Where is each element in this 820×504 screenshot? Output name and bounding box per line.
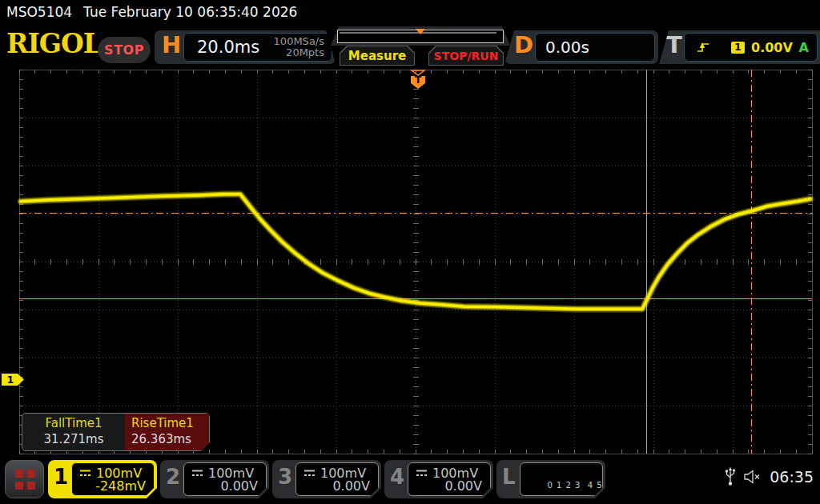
dc-coupling-icon xyxy=(191,469,204,478)
measurement-value: 26.363ms xyxy=(131,432,209,446)
usb-icon xyxy=(725,467,736,486)
model-name: MSO5104 xyxy=(6,4,72,20)
overview-position-marker[interactable] xyxy=(416,29,425,34)
dc-coupling-icon xyxy=(78,469,92,478)
horizontal-settings-button[interactable]: H 20.0ms 100MSa/s 20Mpts xyxy=(155,30,336,64)
trigger-settings-button[interactable]: T 1 0.00V A xyxy=(659,30,820,64)
measurement-label: RiseTime1 xyxy=(131,416,209,430)
channel-1-tab[interactable]: 1 100mV -248mV xyxy=(48,460,157,498)
channel-number: 4 xyxy=(390,466,404,487)
channel-readout: 100mV -248mV xyxy=(71,462,155,496)
timebase-value: 20.0ms xyxy=(197,38,259,57)
sample-rate: 100MSa/s xyxy=(274,35,324,47)
horizontal-label: H xyxy=(162,34,181,57)
stop-run-button[interactable]: STOP/RUN xyxy=(428,46,504,66)
channel-3-tab[interactable]: 3 100mV 0.00V xyxy=(272,460,381,498)
memory-depth: 20Mpts xyxy=(286,46,324,58)
svg-text:T: T xyxy=(415,74,422,86)
measure-button[interactable]: Measure xyxy=(340,46,415,66)
trigger-source-badge: 1 xyxy=(731,42,745,54)
channel-offset: 0.00V xyxy=(444,478,482,494)
title-bar: MSO5104 Tue February 10 06:35:40 2026 xyxy=(0,0,820,24)
horizontal-readout: 20.0ms 100MSa/s 20Mpts xyxy=(183,33,332,62)
channel-readout: 100mV 0.00V xyxy=(183,462,267,496)
delay-value: 0.00s xyxy=(545,38,589,57)
channel-1-level-marker[interactable]: 1 xyxy=(2,374,24,386)
trigger-label: T xyxy=(666,34,682,57)
logic-channels-row1: 0 1 2 3 4 5 6 7 xyxy=(547,481,621,490)
logic-readout: 0 1 2 3 4 5 6 7 8 9 1011 12131415 xyxy=(520,462,603,496)
svg-text:1: 1 xyxy=(7,374,14,386)
logic-label: L xyxy=(502,466,516,487)
channel-offset: -248mV xyxy=(95,478,146,494)
dc-coupling-icon xyxy=(415,469,428,478)
menu-button[interactable] xyxy=(5,460,44,498)
channel-4-tab[interactable]: 4 100mV 0.00V xyxy=(384,460,493,498)
measurement-label: FallTime1 xyxy=(22,416,125,430)
oscilloscope-screen: MSO5104 Tue February 10 06:35:40 2026 RI… xyxy=(0,0,820,504)
measurement-falltime[interactable]: FallTime1 31.271ms xyxy=(22,414,125,450)
measurement-risetime[interactable]: RiseTime1 26.363ms xyxy=(125,414,209,450)
channel-2-tab[interactable]: 2 100mV 0.00V xyxy=(160,460,269,498)
clock: 06:35 xyxy=(770,468,814,486)
speaker-muted-icon xyxy=(744,470,762,484)
delay-label: D xyxy=(514,34,533,57)
measurement-value: 31.271ms xyxy=(22,432,125,446)
channel-offset: 0.00V xyxy=(332,478,370,494)
graticule-display: T1 xyxy=(0,67,820,458)
logic-analyzer-tab[interactable]: L 0 1 2 3 4 5 6 7 8 9 1011 12131415 xyxy=(496,460,605,498)
waveform-overview-strip[interactable] xyxy=(331,26,510,46)
trigger-mode: A xyxy=(799,40,809,55)
trigger-position-marker[interactable]: T xyxy=(411,74,425,89)
rigol-logo: RIGOL xyxy=(6,30,101,57)
channel-offset: 0.00V xyxy=(220,478,258,494)
channel-number: 1 xyxy=(54,466,68,487)
run-state-badge: STOP xyxy=(98,37,151,63)
trigger-level-value: 0.00V xyxy=(751,40,793,55)
delay-readout: 0.00s xyxy=(535,33,655,62)
date-time: Tue February 10 06:35:40 2026 xyxy=(83,4,297,20)
measurement-panel[interactable]: FallTime1 31.271ms RiseTime1 26.363ms xyxy=(22,413,210,451)
trigger-readout: 1 0.00V A xyxy=(684,33,818,62)
trigger-slope-icon xyxy=(696,41,710,54)
acquisition-info: 100MSa/s 20Mpts xyxy=(274,36,324,58)
channel-readout: 100mV 0.00V xyxy=(295,462,379,496)
delay-settings-button[interactable]: D 0.00s xyxy=(504,30,658,64)
menu-grid-icon xyxy=(15,470,35,490)
channel-number: 3 xyxy=(278,466,292,487)
channel-number: 2 xyxy=(166,466,180,487)
dc-coupling-icon xyxy=(303,469,316,478)
status-bar: 06:35 xyxy=(725,467,814,486)
channel-readout: 100mV 0.00V xyxy=(408,462,491,496)
